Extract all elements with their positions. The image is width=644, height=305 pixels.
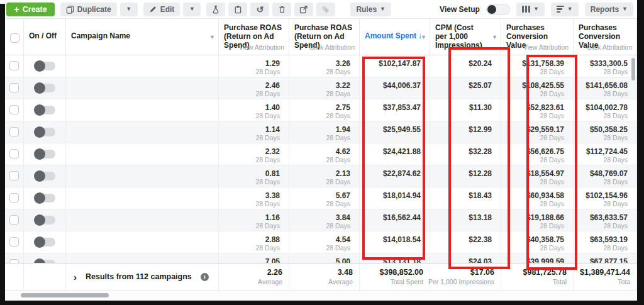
ads-manager-screen: + Create Duplicate ▼ Edit ▼ bbox=[0, 0, 644, 305]
view-setup-toggle[interactable] bbox=[486, 4, 510, 15]
cell-value: $102,154.96 bbox=[586, 191, 628, 200]
columns-button[interactable]: ▼ bbox=[516, 3, 545, 16]
row-checkbox[interactable] bbox=[9, 149, 19, 158]
attribution-window: 28 Days bbox=[540, 244, 564, 252]
row-checkbox[interactable] bbox=[9, 215, 19, 225]
campaign-on-off-toggle[interactable] bbox=[35, 238, 55, 247]
ab-test-button[interactable] bbox=[206, 3, 225, 16]
amount-spent-cell: $25,949.55 bbox=[360, 121, 430, 143]
pin-button[interactable] bbox=[228, 3, 247, 16]
horizontal-scrollbar-thumb[interactable] bbox=[21, 293, 109, 297]
chevron-down-icon[interactable]: ▼ bbox=[492, 33, 497, 42]
toggle-knob bbox=[34, 126, 45, 138]
row-toggle-cell bbox=[24, 99, 66, 121]
row-checkbox[interactable] bbox=[9, 171, 19, 180]
campaign-on-off-toggle[interactable] bbox=[35, 150, 55, 158]
cell-value: $19,188.66 bbox=[526, 213, 564, 222]
breakdown-button[interactable]: ▼ bbox=[551, 3, 579, 16]
cell-value: 3.84 bbox=[336, 213, 350, 222]
tag-button[interactable] bbox=[316, 3, 335, 16]
campaign-name-cell[interactable] bbox=[66, 231, 219, 253]
undo-button[interactable]: ↺ bbox=[250, 3, 269, 16]
edit-dropdown-button[interactable]: ▼ bbox=[183, 3, 201, 16]
row-toggle-cell bbox=[24, 231, 66, 253]
header-attribution-label: View Attribution bbox=[239, 43, 284, 52]
row-checkbox[interactable] bbox=[9, 61, 19, 70]
row-checkbox[interactable] bbox=[9, 127, 19, 136]
table-header: On / Off Campaign Name ▼ Purchase ROAS (… bbox=[5, 19, 637, 55]
chevron-down-icon[interactable]: ▼ bbox=[209, 33, 215, 42]
chevron-down-icon: ▼ bbox=[567, 6, 573, 12]
campaign-on-off-toggle[interactable] bbox=[35, 106, 55, 114]
campaign-name-cell[interactable] bbox=[66, 99, 219, 121]
row-checkbox[interactable] bbox=[9, 237, 19, 247]
info-icon[interactable]: i bbox=[201, 273, 209, 281]
campaign-name-cell[interactable] bbox=[66, 55, 219, 77]
export-button[interactable] bbox=[294, 3, 313, 16]
footer-label: Average bbox=[258, 278, 282, 286]
toolbar: + Create Duplicate ▼ Edit ▼ bbox=[5, 0, 637, 19]
footer-label: Total bbox=[553, 278, 567, 286]
header-campaign-name[interactable]: Campaign Name ▼ bbox=[66, 19, 219, 55]
header-cpm[interactable]: CPM (Cost per 1,000 Impressions) ▼ bbox=[430, 19, 501, 55]
reports-button[interactable]: Reports ▼ bbox=[585, 3, 633, 16]
header-purchase-roas-click[interactable]: Purchase ROAS (Return on Ad Spend) Click… bbox=[289, 19, 360, 55]
row-checkbox-cell bbox=[5, 121, 24, 143]
row-checkbox[interactable] bbox=[9, 259, 19, 263]
campaign-on-off-toggle[interactable] bbox=[35, 172, 55, 180]
chevron-down-icon: ▼ bbox=[533, 6, 539, 12]
campaign-name-cell[interactable] bbox=[66, 209, 219, 231]
duplicate-button[interactable]: Duplicate bbox=[60, 3, 117, 16]
row-checkbox[interactable] bbox=[9, 105, 19, 114]
header-purchase-roas-view[interactable]: Purchase ROAS (Return on Ad Spend) View … bbox=[219, 19, 289, 55]
footer-value: $17.06 bbox=[470, 268, 494, 277]
row-toggle-cell bbox=[24, 143, 66, 165]
header-attribution-label: Click Attribution bbox=[587, 43, 632, 52]
cv-click-cell: $48,769.0728 Days bbox=[574, 165, 637, 187]
cell-value: $102,147.87 bbox=[379, 59, 421, 68]
campaign-name-cell[interactable] bbox=[66, 165, 219, 187]
cell-value: 2.88 bbox=[265, 235, 280, 244]
row-checkbox-cell bbox=[5, 143, 24, 165]
campaign-name-cell[interactable] bbox=[66, 143, 219, 165]
roas-view-cell: 7.0528 Days bbox=[219, 253, 289, 263]
campaign-on-off-toggle[interactable] bbox=[35, 260, 55, 263]
create-button[interactable]: + Create bbox=[6, 3, 55, 16]
cv-view-cell: $29,559.1728 Days bbox=[501, 121, 574, 143]
header-amount-spent[interactable]: Amount Spent ↓ ▼ bbox=[360, 19, 430, 55]
campaign-name-cell[interactable] bbox=[66, 77, 219, 99]
cell-value: $18,014.94 bbox=[383, 191, 421, 200]
campaign-name-cell[interactable] bbox=[66, 187, 219, 209]
select-all-checkbox[interactable] bbox=[10, 33, 19, 43]
chevron-down-icon[interactable]: ▼ bbox=[421, 33, 426, 42]
duplicate-dropdown-button[interactable]: ▼ bbox=[120, 3, 138, 16]
campaign-on-off-toggle[interactable] bbox=[35, 84, 55, 92]
header-purchases-cv-click[interactable]: Purchases Conversion Value Click Attribu… bbox=[574, 19, 637, 55]
campaign-name-cell[interactable] bbox=[66, 121, 219, 143]
create-button-label: Create bbox=[23, 5, 47, 14]
campaign-on-off-toggle[interactable] bbox=[35, 216, 55, 225]
header-purchases-cv-view[interactable]: Purchases Conversion Value View Attribut… bbox=[501, 19, 574, 55]
flask-icon bbox=[211, 5, 220, 14]
table-row: 1.2928 Days 3.2628 Days $102,147.87 $20.… bbox=[5, 55, 637, 77]
cell-value: $52,823.61 bbox=[526, 103, 564, 112]
footer-cpm: $17.06 Per 1,000 Impressions bbox=[430, 263, 501, 290]
campaign-name-cell[interactable] bbox=[66, 253, 219, 263]
campaign-on-off-toggle[interactable] bbox=[35, 194, 55, 202]
footer-label: Per 1,000 Impressions bbox=[428, 278, 494, 286]
attribution-window: 28 Days bbox=[326, 178, 350, 186]
delete-button[interactable] bbox=[272, 3, 291, 16]
cv-view-cell: $131,758.3928 Days bbox=[501, 55, 574, 77]
expand-chevron-icon[interactable]: › bbox=[74, 272, 77, 282]
row-checkbox[interactable] bbox=[9, 193, 19, 202]
campaign-on-off-toggle[interactable] bbox=[35, 128, 55, 136]
row-checkbox[interactable] bbox=[9, 83, 19, 92]
campaign-on-off-toggle[interactable] bbox=[35, 62, 55, 70]
cv-view-cell: $19,188.6628 Days bbox=[501, 209, 574, 231]
cell-value: $24,421.88 bbox=[383, 147, 421, 156]
edit-button[interactable]: Edit bbox=[143, 3, 180, 16]
table-row: 1.1628 Days 3.8428 Days $16,562.44 $13.1… bbox=[5, 209, 637, 231]
vertical-scrollbar-thumb[interactable] bbox=[631, 58, 635, 80]
rules-button[interactable]: Rules ▼ bbox=[350, 3, 391, 16]
row-toggle-cell bbox=[24, 209, 66, 231]
